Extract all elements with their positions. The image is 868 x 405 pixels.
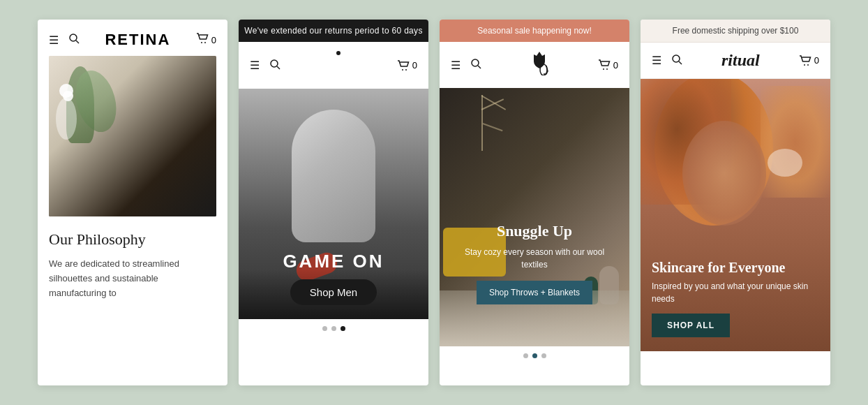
ritual-logo: ritual xyxy=(721,51,760,70)
athletic-hero: GAME ON Shop Men xyxy=(239,89,428,319)
search-icon-2[interactable] xyxy=(269,59,280,73)
cart-icon xyxy=(196,33,209,47)
shop-throws-button[interactable]: Shop Throws + Blankets xyxy=(477,281,592,304)
shop-men-button[interactable]: Shop Men xyxy=(290,279,377,305)
ritual-hero-content: Skincare for Everyone Inspired by you an… xyxy=(641,260,830,337)
textiles-headline: Snuggle Up xyxy=(454,222,615,240)
athletic-hero-overlay: GAME ON Shop Men xyxy=(239,237,428,319)
textiles-carousel-dots xyxy=(440,346,629,365)
hamburger-icon-2[interactable]: ☰ xyxy=(250,59,260,72)
athletic-nav: ☰ 0 xyxy=(239,42,428,89)
nav-left-ritual: ☰ xyxy=(652,54,682,68)
svg-line-1 xyxy=(76,40,79,43)
svg-point-12 xyxy=(603,68,604,70)
game-on-text: GAME ON xyxy=(253,251,414,272)
nav-left-textiles: ☰ xyxy=(451,58,481,72)
svg-point-7 xyxy=(402,69,403,71)
nav-left-retina: ☰ xyxy=(49,33,80,47)
retina-nav: ☰ RETINA 0 xyxy=(38,20,227,56)
hamburger-icon-3[interactable]: ☰ xyxy=(451,59,461,72)
textiles-hero: Snuggle Up Stay cozy every season with o… xyxy=(440,88,629,346)
svg-point-8 xyxy=(405,69,407,71)
retina-cart[interactable]: 0 xyxy=(196,33,216,47)
phone-card-textiles: Seasonal sale happening now! ☰ xyxy=(440,20,629,385)
svg-line-15 xyxy=(679,61,682,64)
athletic-carousel-dots xyxy=(239,319,428,338)
svg-point-13 xyxy=(606,68,608,70)
svg-point-6 xyxy=(336,51,341,55)
dot-t1[interactable] xyxy=(523,353,528,358)
svg-line-10 xyxy=(478,66,481,68)
ritual-cart-count: 0 xyxy=(814,55,819,66)
ritual-cart[interactable]: 0 xyxy=(799,55,819,66)
textiles-nav: ☰ 0 xyxy=(440,42,629,88)
phone-card-ritual: Free domestic shipping over $100 ☰ ritua… xyxy=(641,20,830,385)
retina-cart-count: 0 xyxy=(211,35,216,45)
svg-point-3 xyxy=(204,42,206,43)
ritual-headline: Skincare for Everyone xyxy=(652,260,819,276)
hamburger-icon[interactable]: ☰ xyxy=(49,34,59,47)
philosophy-title: Our Philosophy xyxy=(49,230,216,249)
philosophy-text: We are dedicated to streamlined silhouet… xyxy=(49,257,216,300)
search-icon-3[interactable] xyxy=(470,58,481,72)
svg-point-17 xyxy=(807,64,809,66)
dot-t2[interactable] xyxy=(532,353,537,358)
svg-point-0 xyxy=(70,34,77,41)
svg-point-14 xyxy=(673,55,680,62)
shop-all-button[interactable]: SHOP ALL xyxy=(652,314,730,337)
textiles-subtext: Stay cozy every season with our wool tex… xyxy=(454,246,615,271)
textiles-banner: Seasonal sale happening now! xyxy=(440,20,629,42)
search-icon-4[interactable] xyxy=(671,54,682,68)
dot-t3[interactable] xyxy=(541,353,546,358)
athletic-cart-count: 0 xyxy=(412,60,417,71)
athletic-logo xyxy=(327,50,350,80)
ritual-subtext: Inspired by you and what your unique ski… xyxy=(652,280,819,305)
nav-left-athletic: ☰ xyxy=(250,59,280,73)
textiles-cart-count: 0 xyxy=(613,60,618,71)
phone-card-retina: ☰ RETINA 0 xyxy=(38,20,227,385)
retina-logo: RETINA xyxy=(105,31,170,49)
textiles-hero-content: Snuggle Up Stay cozy every season with o… xyxy=(440,222,629,304)
retina-philosophy: Our Philosophy We are dedicated to strea… xyxy=(38,216,227,307)
dot-2[interactable] xyxy=(331,326,336,331)
svg-point-9 xyxy=(472,59,479,66)
textiles-cart[interactable]: 0 xyxy=(598,59,618,71)
svg-point-16 xyxy=(804,64,805,66)
retina-hero-image xyxy=(49,56,216,216)
dot-3[interactable] xyxy=(341,326,345,331)
phone-card-athletic: We've extended our returns period to 60 … xyxy=(239,20,428,385)
search-icon[interactable] xyxy=(68,33,80,47)
athletic-banner: We've extended our returns period to 60 … xyxy=(239,20,428,42)
ritual-nav: ☰ ritual 0 xyxy=(641,43,830,79)
svg-point-2 xyxy=(201,42,202,43)
athletic-cart[interactable]: 0 xyxy=(397,60,417,71)
svg-line-5 xyxy=(277,66,280,69)
hamburger-icon-4[interactable]: ☰ xyxy=(652,54,661,67)
svg-point-4 xyxy=(271,60,278,67)
ritual-banner: Free domestic shipping over $100 xyxy=(641,20,830,43)
gallery-container: ☰ RETINA 0 xyxy=(15,0,853,405)
dot-1[interactable] xyxy=(322,326,327,331)
ritual-hero: Skincare for Everyone Inspired by you an… xyxy=(641,79,830,351)
textiles-logo xyxy=(527,50,552,80)
